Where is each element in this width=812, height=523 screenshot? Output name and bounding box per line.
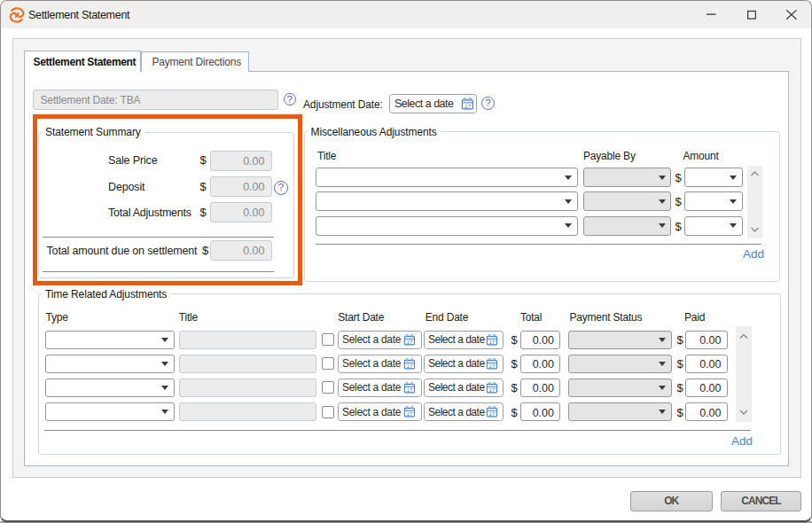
svg-text:17: 17: [489, 363, 496, 368]
svg-text:17: 17: [407, 339, 413, 344]
svg-text:17: 17: [465, 103, 471, 108]
svg-text:17: 17: [407, 363, 413, 368]
svg-text:17: 17: [489, 339, 496, 344]
svg-text:17: 17: [407, 387, 413, 393]
svg-text:17: 17: [407, 411, 413, 417]
svg-text:17: 17: [489, 387, 496, 393]
svg-text:17: 17: [489, 411, 496, 417]
